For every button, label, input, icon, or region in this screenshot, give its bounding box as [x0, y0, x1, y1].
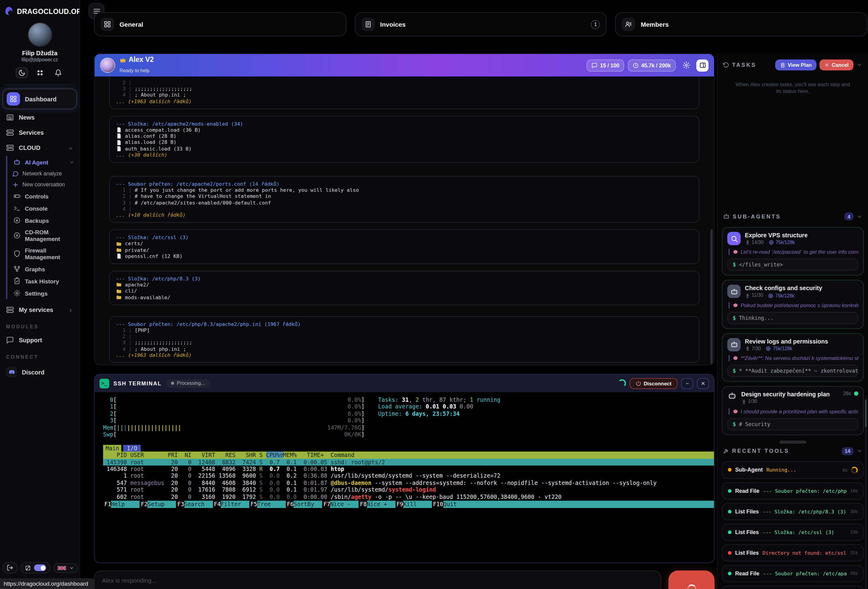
invoice-icon [361, 18, 375, 31]
chat-scrollbar[interactable] [710, 229, 713, 366]
robot-icon [730, 341, 738, 349]
sidebar-item-task-history[interactable]: Task History [11, 275, 77, 287]
terminal-close-button[interactable]: ✕ [697, 378, 709, 389]
chat-icon [12, 170, 19, 177]
folder-icon [116, 247, 122, 253]
cancel-button[interactable]: Cancel [819, 59, 853, 70]
theme-toggle-pill[interactable] [21, 562, 50, 574]
members-icon [625, 21, 632, 28]
sidebar-item-label: Task History [25, 278, 59, 284]
sidebar-item-ai-agent[interactable]: AI Agent [11, 156, 77, 168]
sidebar-item-graphs[interactable]: Graphs [11, 263, 77, 275]
brain-icon [733, 250, 738, 254]
clipboard-icon [13, 277, 21, 285]
tool-call-item[interactable]: List FilesDirectory not found: etc/ssl31… [722, 545, 864, 561]
sidebar-item-settings[interactable]: Settings [11, 287, 77, 299]
htop-function-keys[interactable]: F1HelpF2SetupF3SearchF4FilterF5TreeF6Sor… [103, 501, 714, 508]
tool-call-item[interactable]: List Files--- Složka: /etc/ssl (3)23s [722, 524, 864, 541]
graph-icon [13, 265, 21, 272]
sidebar-item-label: Support [19, 337, 42, 343]
cpu-icon [766, 346, 771, 351]
sidebar-item-new-conversation[interactable]: New conversation [11, 179, 77, 190]
user-avatar[interactable] [28, 22, 52, 47]
subagent-card[interactable]: Design security hardening plan 1/3026sI … [722, 386, 864, 435]
sidebar-item-cloud[interactable]: CLOUD [2, 141, 77, 155]
sidebar-item-services[interactable]: Services [2, 126, 77, 139]
sidebar-item-label: Controls [25, 193, 49, 199]
sidebar-item-firewall-management[interactable]: Firewall Management [11, 244, 77, 263]
disconnect-button[interactable]: Disconnect [630, 378, 678, 389]
terminal-minimize-button[interactable]: − [681, 378, 693, 389]
tool-status-dot [728, 489, 732, 493]
sidebar-item-dashboard[interactable]: Dashboard [2, 89, 77, 109]
panel-drag-handle[interactable] [779, 441, 806, 444]
sidebar-item-discord[interactable]: Discord [2, 364, 77, 380]
brain-icon [733, 410, 738, 413]
tool-call-item[interactable]: List Files--- Složka: /etc/php/8.3 (3)20… [722, 503, 864, 520]
view-plan-button[interactable]: View Plan [775, 59, 816, 70]
tool-spinner-icon [851, 467, 858, 474]
collapse-chevron-icon[interactable] [856, 213, 862, 219]
notifications-bell-button[interactable] [52, 67, 64, 78]
tokens-usage-pill[interactable]: 45.7k / 200k [628, 59, 676, 71]
tool-call-item[interactable]: Read File--- Soubor přečten: /etc/php/8.… [722, 482, 864, 499]
tool-result-text: --- Složka: /etc/ssl (3) [762, 529, 847, 535]
robot-icon [13, 158, 21, 166]
sidebar-item-support[interactable]: Support [2, 333, 77, 347]
sidebar-item-label: Dashboard [25, 96, 56, 102]
sidebar-item-console[interactable]: Console [11, 202, 77, 214]
sidebar-item-network-analyze[interactable]: Network analyze [11, 168, 77, 179]
sidebar-item-controls[interactable]: Controls [11, 190, 77, 202]
invoice-icon [364, 21, 372, 28]
sidebar-item-news[interactable]: News [2, 111, 77, 124]
tool-call-item[interactable]: Read File--- Soubor přečten: /etc/apache… [722, 565, 864, 582]
subagent-card[interactable]: Explore VPS structure 14/30 75k/128kLet'… [722, 227, 864, 276]
tasks-panel: TASKS View Plan Cancel When Alex creates… [722, 57, 864, 210]
subagent-card[interactable]: Review logs and permissions 7/30 75k/128… [722, 333, 864, 382]
sidebar-item-cdrom-management[interactable]: CD-ROM Management [11, 226, 77, 244]
file-icon [116, 133, 122, 139]
dark-mode-toggle-button[interactable] [15, 67, 28, 78]
tool-result-text: --- Soubor přečten: /etc/apache2/ports.c… [763, 570, 847, 577]
messages-usage-pill[interactable]: 15 / 100 [587, 59, 624, 71]
tab-general[interactable]: General [94, 12, 346, 36]
terminal-icon [13, 204, 21, 212]
tab-label: Members [641, 21, 669, 28]
apps-grid-button[interactable] [34, 67, 46, 78]
agent-settings-button[interactable] [680, 59, 692, 71]
sidebar-item-label: New conversation [22, 182, 65, 188]
tool-elapsed-time: 20s [850, 509, 858, 514]
terminal-status-badge: Processing... [166, 379, 210, 388]
rightbar-scrollbar[interactable] [865, 400, 867, 589]
theme-switch[interactable] [34, 564, 46, 571]
subagent-last-command: $# Security [727, 418, 858, 430]
tab-invoices[interactable]: Invoices1 [354, 12, 607, 36]
grid-icon [7, 92, 20, 106]
sidebar-item-backups[interactable]: Backups [11, 214, 77, 226]
collapse-chevron-icon[interactable] [856, 62, 862, 68]
subagent-title: Review logs and permissions [745, 338, 828, 345]
stop-button[interactable]: STOP 6m 39s [669, 570, 714, 589]
topbar: GeneralInvoices1Members [80, 0, 868, 53]
tool-call-item[interactable]: Sub-AgentRunning...6s [722, 461, 864, 479]
chat-body[interactable]: 2|3|;;;;;;;;;;;;;;;;;;;4|; About php.ini… [94, 77, 714, 366]
logout-button[interactable] [2, 562, 18, 574]
person-icon [745, 346, 750, 352]
message-input[interactable] [94, 571, 661, 589]
terminal-output[interactable]: 0[ 0.0%] Tasks: 31, 2 thr, 87 kthr; 1 ru… [94, 392, 714, 511]
subagent-card[interactable]: Check configs and security 11/30 75k/128… [722, 280, 864, 329]
tool-result-text: Directory not found: etc/ssl [762, 550, 847, 556]
sidebar-item-my-services[interactable]: My services [2, 303, 77, 317]
members-icon [622, 18, 635, 31]
shield-icon [13, 250, 21, 258]
tab-members[interactable]: Members [616, 12, 867, 36]
tool-status-dot [728, 530, 732, 534]
top-tab-cards: GeneralInvoices1Members [94, 12, 867, 36]
tool-call-item[interactable]: List Files--- Složka: /etc/apache2/mods-… [722, 586, 864, 589]
collapse-chevron-icon[interactable] [856, 448, 862, 454]
tab-badge: 1 [591, 20, 600, 29]
language-selector[interactable] [53, 563, 78, 573]
subagent-thought: Pokud budete potřebovat pomoc s úpravou … [728, 302, 858, 308]
toggle-side-panel-button[interactable] [696, 59, 709, 71]
tool-status-dot [728, 551, 732, 555]
